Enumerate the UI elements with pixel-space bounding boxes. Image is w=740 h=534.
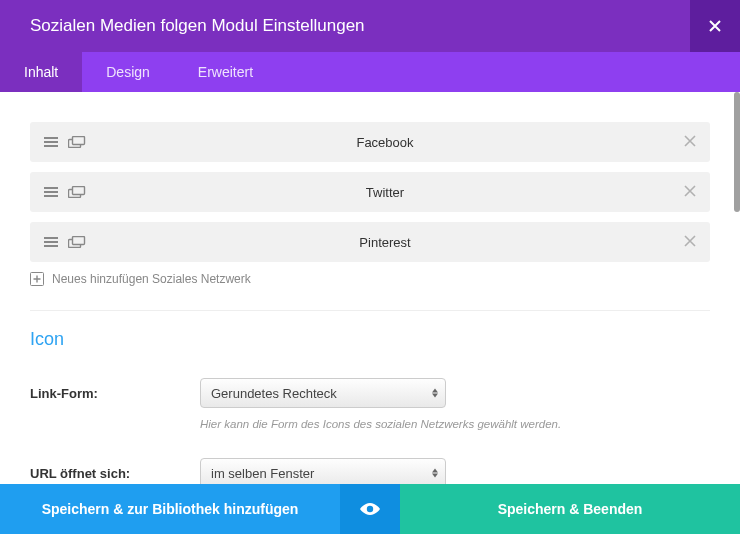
preview-button[interactable]	[340, 484, 400, 534]
link-form-select-wrap: Gerundetes Rechteck	[200, 378, 446, 408]
close-icon	[684, 135, 696, 147]
add-network-button[interactable]: Neues hinzufügen Soziales Netzwerk	[30, 272, 710, 286]
row-remove-button[interactable]	[684, 233, 696, 251]
tab-erweitert[interactable]: Erweitert	[174, 52, 277, 92]
drag-handle-icon[interactable]	[44, 135, 58, 149]
row-handles	[44, 235, 86, 249]
section-title-icon: Icon	[30, 329, 710, 350]
modal-footer: Speichern & zur Bibliothek hinzufügen Sp…	[0, 484, 740, 534]
close-icon	[684, 185, 696, 197]
field-link-form: Link-Form: Gerundetes Rechteck Hier kann…	[30, 378, 710, 430]
settings-modal: Sozialen Medien folgen Modul Einstellung…	[0, 0, 740, 534]
add-network-label: Neues hinzufügen Soziales Netzwerk	[52, 272, 251, 286]
modal-header: Sozialen Medien folgen Modul Einstellung…	[0, 0, 740, 52]
network-row[interactable]: Twitter	[30, 172, 710, 212]
close-icon	[709, 20, 721, 32]
duplicate-icon[interactable]	[68, 236, 86, 248]
close-button[interactable]	[690, 0, 740, 52]
plus-icon	[30, 272, 44, 286]
network-label: Facebook	[86, 135, 684, 150]
tab-design[interactable]: Design	[82, 52, 174, 92]
network-label: Twitter	[86, 185, 684, 200]
row-handles	[44, 185, 86, 199]
tab-inhalt[interactable]: Inhalt	[0, 52, 82, 92]
row-handles	[44, 135, 86, 149]
save-and-exit-button[interactable]: Speichern & Beenden	[400, 484, 740, 534]
row-remove-button[interactable]	[684, 133, 696, 151]
field-label: Link-Form:	[30, 378, 200, 401]
field-url-opens: URL öffnet sich: im selben Fenster	[30, 458, 710, 484]
url-opens-select[interactable]: im selben Fenster	[200, 458, 446, 484]
url-opens-select-wrap: im selben Fenster	[200, 458, 446, 484]
svg-rect-1	[73, 137, 85, 145]
modal-title: Sozialen Medien folgen Modul Einstellung…	[0, 16, 365, 36]
scrollbar-thumb[interactable]	[734, 92, 740, 212]
close-icon	[684, 235, 696, 247]
field-hint: Hier kann die Form des Icons des soziale…	[200, 418, 710, 430]
duplicate-icon[interactable]	[68, 136, 86, 148]
svg-point-7	[367, 506, 373, 512]
network-label: Pinterest	[86, 235, 684, 250]
content-panel: Facebook Twitter	[0, 92, 740, 484]
field-label: URL öffnet sich:	[30, 458, 200, 481]
tab-bar: Inhalt Design Erweitert	[0, 52, 740, 92]
eye-icon	[358, 501, 382, 517]
drag-handle-icon[interactable]	[44, 235, 58, 249]
network-row[interactable]: Pinterest	[30, 222, 710, 262]
network-row[interactable]: Facebook	[30, 122, 710, 162]
link-form-select[interactable]: Gerundetes Rechteck	[200, 378, 446, 408]
divider	[30, 310, 710, 311]
save-to-library-button[interactable]: Speichern & zur Bibliothek hinzufügen	[0, 484, 340, 534]
svg-rect-5	[73, 237, 85, 245]
row-remove-button[interactable]	[684, 183, 696, 201]
drag-handle-icon[interactable]	[44, 185, 58, 199]
duplicate-icon[interactable]	[68, 186, 86, 198]
svg-rect-3	[73, 187, 85, 195]
